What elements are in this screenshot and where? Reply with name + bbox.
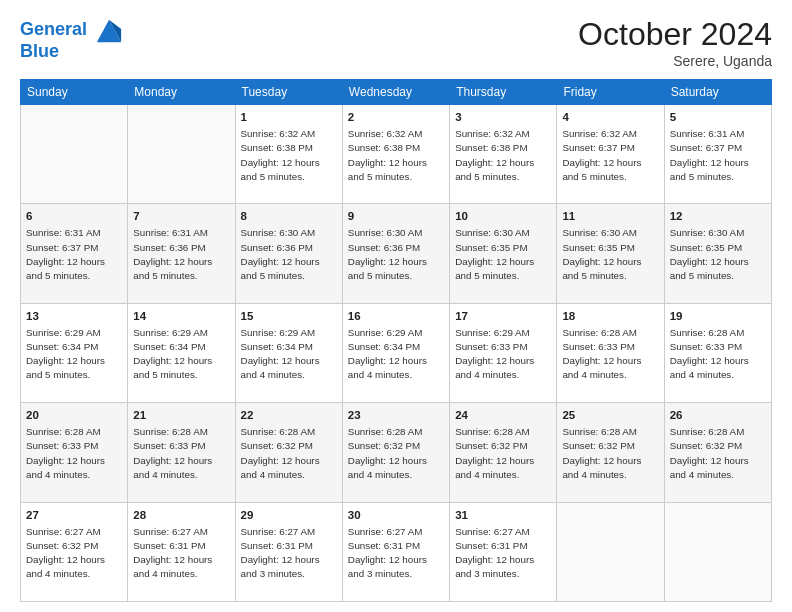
calendar-cell: 15Sunrise: 6:29 AM Sunset: 6:34 PM Dayli…	[235, 303, 342, 402]
day-number: 25	[562, 407, 658, 423]
logo-blue: Blue	[20, 42, 123, 62]
calendar-header-wednesday: Wednesday	[342, 80, 449, 105]
calendar-cell: 13Sunrise: 6:29 AM Sunset: 6:34 PM Dayli…	[21, 303, 128, 402]
day-info: Sunrise: 6:29 AM Sunset: 6:34 PM Dayligh…	[348, 326, 444, 383]
day-info: Sunrise: 6:31 AM Sunset: 6:36 PM Dayligh…	[133, 226, 229, 283]
day-info: Sunrise: 6:28 AM Sunset: 6:33 PM Dayligh…	[670, 326, 766, 383]
calendar-cell: 24Sunrise: 6:28 AM Sunset: 6:32 PM Dayli…	[450, 403, 557, 502]
day-info: Sunrise: 6:30 AM Sunset: 6:36 PM Dayligh…	[241, 226, 337, 283]
day-info: Sunrise: 6:31 AM Sunset: 6:37 PM Dayligh…	[670, 127, 766, 184]
day-info: Sunrise: 6:27 AM Sunset: 6:31 PM Dayligh…	[455, 525, 551, 582]
day-number: 29	[241, 507, 337, 523]
calendar-week-row: 6Sunrise: 6:31 AM Sunset: 6:37 PM Daylig…	[21, 204, 772, 303]
day-info: Sunrise: 6:30 AM Sunset: 6:35 PM Dayligh…	[670, 226, 766, 283]
calendar-cell: 11Sunrise: 6:30 AM Sunset: 6:35 PM Dayli…	[557, 204, 664, 303]
day-number: 21	[133, 407, 229, 423]
day-number: 11	[562, 208, 658, 224]
day-number: 10	[455, 208, 551, 224]
day-number: 27	[26, 507, 122, 523]
calendar-cell: 6Sunrise: 6:31 AM Sunset: 6:37 PM Daylig…	[21, 204, 128, 303]
calendar-header-saturday: Saturday	[664, 80, 771, 105]
logo-general: General	[20, 19, 87, 39]
calendar-cell: 4Sunrise: 6:32 AM Sunset: 6:37 PM Daylig…	[557, 105, 664, 204]
calendar-cell	[664, 502, 771, 601]
calendar-cell: 20Sunrise: 6:28 AM Sunset: 6:33 PM Dayli…	[21, 403, 128, 502]
logo-icon	[95, 16, 123, 44]
day-info: Sunrise: 6:29 AM Sunset: 6:34 PM Dayligh…	[26, 326, 122, 383]
calendar-cell: 31Sunrise: 6:27 AM Sunset: 6:31 PM Dayli…	[450, 502, 557, 601]
calendar-cell: 21Sunrise: 6:28 AM Sunset: 6:33 PM Dayli…	[128, 403, 235, 502]
day-info: Sunrise: 6:30 AM Sunset: 6:35 PM Dayligh…	[455, 226, 551, 283]
calendar-header-friday: Friday	[557, 80, 664, 105]
calendar-cell: 3Sunrise: 6:32 AM Sunset: 6:38 PM Daylig…	[450, 105, 557, 204]
day-info: Sunrise: 6:29 AM Sunset: 6:34 PM Dayligh…	[133, 326, 229, 383]
day-number: 17	[455, 308, 551, 324]
calendar-cell: 26Sunrise: 6:28 AM Sunset: 6:32 PM Dayli…	[664, 403, 771, 502]
calendar-cell: 14Sunrise: 6:29 AM Sunset: 6:34 PM Dayli…	[128, 303, 235, 402]
calendar-cell: 17Sunrise: 6:29 AM Sunset: 6:33 PM Dayli…	[450, 303, 557, 402]
calendar-header-thursday: Thursday	[450, 80, 557, 105]
calendar-cell: 5Sunrise: 6:31 AM Sunset: 6:37 PM Daylig…	[664, 105, 771, 204]
calendar-cell: 1Sunrise: 6:32 AM Sunset: 6:38 PM Daylig…	[235, 105, 342, 204]
day-number: 6	[26, 208, 122, 224]
calendar-week-row: 20Sunrise: 6:28 AM Sunset: 6:33 PM Dayli…	[21, 403, 772, 502]
calendar-header-tuesday: Tuesday	[235, 80, 342, 105]
calendar-header-sunday: Sunday	[21, 80, 128, 105]
day-number: 18	[562, 308, 658, 324]
calendar-cell: 18Sunrise: 6:28 AM Sunset: 6:33 PM Dayli…	[557, 303, 664, 402]
calendar-week-row: 1Sunrise: 6:32 AM Sunset: 6:38 PM Daylig…	[21, 105, 772, 204]
day-info: Sunrise: 6:28 AM Sunset: 6:32 PM Dayligh…	[670, 425, 766, 482]
day-info: Sunrise: 6:28 AM Sunset: 6:32 PM Dayligh…	[348, 425, 444, 482]
day-number: 14	[133, 308, 229, 324]
calendar-cell: 10Sunrise: 6:30 AM Sunset: 6:35 PM Dayli…	[450, 204, 557, 303]
day-info: Sunrise: 6:29 AM Sunset: 6:33 PM Dayligh…	[455, 326, 551, 383]
day-info: Sunrise: 6:28 AM Sunset: 6:32 PM Dayligh…	[455, 425, 551, 482]
day-number: 2	[348, 109, 444, 125]
day-info: Sunrise: 6:27 AM Sunset: 6:31 PM Dayligh…	[241, 525, 337, 582]
day-number: 5	[670, 109, 766, 125]
day-number: 15	[241, 308, 337, 324]
day-number: 19	[670, 308, 766, 324]
calendar-cell: 30Sunrise: 6:27 AM Sunset: 6:31 PM Dayli…	[342, 502, 449, 601]
day-number: 22	[241, 407, 337, 423]
day-info: Sunrise: 6:28 AM Sunset: 6:33 PM Dayligh…	[133, 425, 229, 482]
day-number: 23	[348, 407, 444, 423]
calendar-week-row: 13Sunrise: 6:29 AM Sunset: 6:34 PM Dayli…	[21, 303, 772, 402]
calendar-cell	[557, 502, 664, 601]
day-number: 4	[562, 109, 658, 125]
day-info: Sunrise: 6:30 AM Sunset: 6:35 PM Dayligh…	[562, 226, 658, 283]
day-info: Sunrise: 6:27 AM Sunset: 6:31 PM Dayligh…	[348, 525, 444, 582]
calendar-cell: 7Sunrise: 6:31 AM Sunset: 6:36 PM Daylig…	[128, 204, 235, 303]
day-info: Sunrise: 6:32 AM Sunset: 6:38 PM Dayligh…	[455, 127, 551, 184]
calendar-cell: 2Sunrise: 6:32 AM Sunset: 6:38 PM Daylig…	[342, 105, 449, 204]
page: General Blue October 2024 Serere, Uganda…	[0, 0, 792, 612]
day-number: 3	[455, 109, 551, 125]
calendar-cell	[128, 105, 235, 204]
calendar-cell: 25Sunrise: 6:28 AM Sunset: 6:32 PM Dayli…	[557, 403, 664, 502]
title-block: October 2024 Serere, Uganda	[578, 16, 772, 69]
day-number: 12	[670, 208, 766, 224]
day-info: Sunrise: 6:28 AM Sunset: 6:32 PM Dayligh…	[241, 425, 337, 482]
day-info: Sunrise: 6:32 AM Sunset: 6:37 PM Dayligh…	[562, 127, 658, 184]
day-number: 28	[133, 507, 229, 523]
calendar-header-row: SundayMondayTuesdayWednesdayThursdayFrid…	[21, 80, 772, 105]
calendar-cell: 19Sunrise: 6:28 AM Sunset: 6:33 PM Dayli…	[664, 303, 771, 402]
calendar-cell: 9Sunrise: 6:30 AM Sunset: 6:36 PM Daylig…	[342, 204, 449, 303]
logo-text: General	[20, 16, 123, 44]
calendar-cell	[21, 105, 128, 204]
day-info: Sunrise: 6:31 AM Sunset: 6:37 PM Dayligh…	[26, 226, 122, 283]
calendar-cell: 8Sunrise: 6:30 AM Sunset: 6:36 PM Daylig…	[235, 204, 342, 303]
calendar-cell: 29Sunrise: 6:27 AM Sunset: 6:31 PM Dayli…	[235, 502, 342, 601]
day-info: Sunrise: 6:27 AM Sunset: 6:32 PM Dayligh…	[26, 525, 122, 582]
calendar-cell: 22Sunrise: 6:28 AM Sunset: 6:32 PM Dayli…	[235, 403, 342, 502]
day-info: Sunrise: 6:27 AM Sunset: 6:31 PM Dayligh…	[133, 525, 229, 582]
day-number: 30	[348, 507, 444, 523]
day-info: Sunrise: 6:29 AM Sunset: 6:34 PM Dayligh…	[241, 326, 337, 383]
day-number: 1	[241, 109, 337, 125]
day-number: 24	[455, 407, 551, 423]
day-number: 8	[241, 208, 337, 224]
calendar: SundayMondayTuesdayWednesdayThursdayFrid…	[20, 79, 772, 602]
day-info: Sunrise: 6:28 AM Sunset: 6:33 PM Dayligh…	[26, 425, 122, 482]
day-number: 7	[133, 208, 229, 224]
day-info: Sunrise: 6:32 AM Sunset: 6:38 PM Dayligh…	[348, 127, 444, 184]
